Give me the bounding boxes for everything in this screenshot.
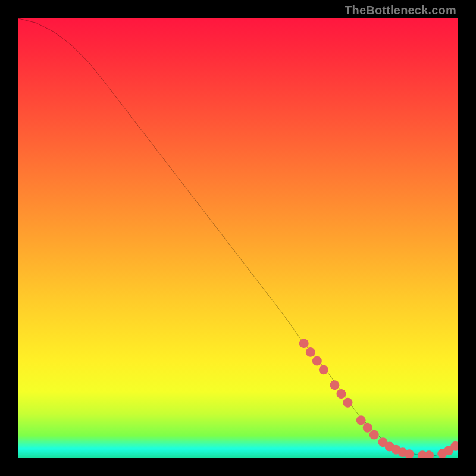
marker-dot bbox=[343, 398, 353, 408]
marker-dot bbox=[330, 380, 339, 390]
marker-dot bbox=[369, 430, 379, 440]
marker-dot bbox=[312, 356, 322, 366]
marker-dot bbox=[363, 423, 372, 433]
marker-dot bbox=[356, 415, 366, 425]
bottleneck-curve bbox=[18, 18, 458, 455]
marker-dot bbox=[306, 347, 315, 357]
marker-dot bbox=[299, 339, 309, 348]
chart-svg bbox=[18, 18, 458, 458]
marker-dot bbox=[319, 365, 328, 374]
marker-dots bbox=[299, 339, 458, 458]
curve-line bbox=[18, 18, 458, 455]
marker-dot bbox=[424, 450, 434, 458]
watermark-text: TheBottleneck.com bbox=[345, 4, 456, 17]
plot-area bbox=[18, 18, 458, 458]
chart-stage: TheBottleneck.com bbox=[0, 0, 476, 476]
marker-dot bbox=[336, 389, 346, 399]
